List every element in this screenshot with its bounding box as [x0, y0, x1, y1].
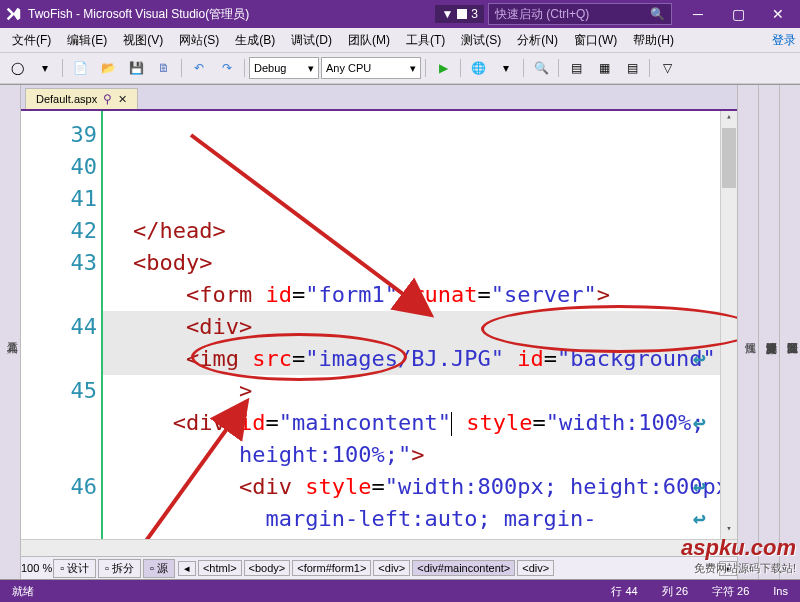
open-button[interactable]: 📂 — [95, 56, 121, 80]
status-col: 列 26 — [650, 584, 700, 599]
menu-view[interactable]: 视图(V) — [115, 30, 171, 51]
window-title: TwoFish - Microsoft Visual Studio(管理员) — [28, 6, 249, 23]
forward-button[interactable]: ▾ — [32, 56, 58, 80]
breadcrumb-item[interactable]: <div> — [517, 560, 554, 576]
line-number — [21, 407, 97, 439]
code-line[interactable]: <div style="width:800px; height:600px;↩ — [133, 471, 712, 503]
menu-team[interactable]: 团队(M) — [340, 30, 398, 51]
bottom-bar: 100 % ▫ 设计 ▫ 拆分 ▫ 源 ◂ <html><body><form#… — [21, 556, 737, 579]
quick-launch-input[interactable]: 快速启动 (Ctrl+Q)🔍 — [488, 3, 672, 25]
close-button[interactable]: ✕ — [760, 6, 796, 22]
wrap-glyph-icon: ↩ — [693, 407, 706, 439]
code-line[interactable]: <img src="images/BJ.JPG" id="background"… — [133, 343, 712, 375]
toolbar: ◯ ▾ 📄 📂 💾 🗎 ↶ ↷ Debug▾ Any CPU▾ ▶ 🌐 ▾ 🔍 … — [0, 53, 800, 84]
code-line[interactable]: right:auto; margin-top:auto;"> — [133, 535, 712, 539]
line-number — [21, 535, 97, 539]
code-line[interactable]: <form id="form1" runat="server"> — [133, 279, 712, 311]
menu-analyze[interactable]: 分析(N) — [509, 30, 566, 51]
line-number: 42 — [21, 215, 97, 247]
vs-logo-icon — [4, 5, 22, 23]
code-line[interactable]: margin-left:auto; margin-↩ — [133, 503, 712, 535]
tb-button-2[interactable]: ▤ — [563, 56, 589, 80]
code-editor[interactable]: 3940414243 44 45 46 </head><body> <form … — [21, 111, 737, 539]
new-project-button[interactable]: 📄 — [67, 56, 93, 80]
status-char: 字符 26 — [700, 584, 761, 599]
view-source-button[interactable]: ▫ 源 — [143, 559, 175, 578]
menu-site[interactable]: 网站(S) — [171, 30, 227, 51]
crumb-prev-button[interactable]: ◂ — [178, 561, 196, 576]
status-ready: 就绪 — [0, 584, 46, 599]
line-number: 43 — [21, 247, 97, 279]
watermark: aspku.com 免费网站源码下载站! — [681, 535, 796, 576]
tb-button-1[interactable]: ▾ — [493, 56, 519, 80]
status-line: 行 44 — [599, 584, 649, 599]
line-number: 45 — [21, 375, 97, 407]
code-line[interactable]: height:100%;"> — [133, 439, 712, 471]
tb-button-5[interactable]: ▽ — [654, 56, 680, 80]
code-line[interactable]: <div> — [133, 311, 712, 343]
pin-icon[interactable]: ⚲ — [103, 92, 112, 106]
menu-edit[interactable]: 编辑(E) — [59, 30, 115, 51]
code-line[interactable]: > — [133, 375, 712, 407]
toolbox-tab[interactable]: 工具箱 — [0, 85, 21, 579]
tb-button-3[interactable]: ▦ — [591, 56, 617, 80]
wrap-glyph-icon: ↩ — [693, 471, 706, 503]
wrap-glyph-icon: ↩ — [693, 503, 706, 535]
config-combo[interactable]: Debug▾ — [249, 57, 319, 79]
line-number — [21, 343, 97, 375]
view-split-button[interactable]: ▫ 拆分 — [98, 559, 141, 578]
code-area[interactable]: </head><body> <form id="form1" runat="se… — [103, 111, 720, 539]
breadcrumb-item[interactable]: <div> — [373, 560, 410, 576]
menu-tools[interactable]: 工具(T) — [398, 30, 453, 51]
breadcrumb-item[interactable]: <form#form1> — [292, 560, 371, 576]
menu-bar: 文件(F) 编辑(E) 视图(V) 网站(S) 生成(B) 调试(D) 团队(M… — [0, 28, 800, 53]
line-number — [21, 279, 97, 311]
login-link[interactable]: 登录 — [772, 32, 796, 49]
browser-select-button[interactable]: 🌐 — [465, 56, 491, 80]
undo-button[interactable]: ↶ — [186, 56, 212, 80]
document-area: Default.aspx ⚲ ✕ 3940414243 44 45 46 </h… — [21, 85, 737, 579]
breadcrumb-item[interactable]: <div#maincontent> — [412, 560, 515, 576]
horizontal-scrollbar[interactable] — [21, 539, 737, 556]
back-button[interactable]: ◯ — [4, 56, 30, 80]
maximize-button[interactable]: ▢ — [720, 6, 756, 22]
tb-button-4[interactable]: ▤ — [619, 56, 645, 80]
notification-badge[interactable]: ▼ 3 — [435, 5, 484, 23]
wrap-glyph-icon: ↩ — [693, 343, 706, 375]
start-button[interactable]: ▶ — [430, 56, 456, 80]
status-bar: 就绪 行 44 列 26 字符 26 Ins — [0, 580, 800, 602]
vertical-scrollbar[interactable]: ▴▾ — [720, 111, 737, 539]
file-tab-default-aspx[interactable]: Default.aspx ⚲ ✕ — [25, 88, 138, 109]
redo-button[interactable]: ↷ — [214, 56, 240, 80]
line-number-gutter: 3940414243 44 45 46 — [21, 111, 103, 539]
zoom-level[interactable]: 100 % — [21, 562, 52, 574]
file-tab-label: Default.aspx — [36, 93, 97, 105]
line-number — [21, 439, 97, 471]
menu-build[interactable]: 生成(B) — [227, 30, 283, 51]
breadcrumb-item[interactable]: <html> — [198, 560, 242, 576]
menu-window[interactable]: 窗口(W) — [566, 30, 625, 51]
close-tab-icon[interactable]: ✕ — [118, 93, 127, 106]
save-button[interactable]: 💾 — [123, 56, 149, 80]
status-ins: Ins — [761, 585, 800, 597]
menu-debug[interactable]: 调试(D) — [283, 30, 340, 51]
right-tab-props[interactable]: 属性 — [737, 85, 758, 579]
code-line[interactable]: <body> — [133, 247, 712, 279]
menu-help[interactable]: 帮助(H) — [625, 30, 682, 51]
right-tab-solution[interactable]: 解决方案资源管理器 — [758, 85, 779, 579]
line-number: 39 — [21, 119, 97, 151]
right-tab-team[interactable]: 团队资源管理器 — [779, 85, 800, 579]
minimize-button[interactable]: ─ — [680, 6, 716, 22]
line-number: 44 — [21, 311, 97, 343]
menu-file[interactable]: 文件(F) — [4, 30, 59, 51]
line-number: 40 — [21, 151, 97, 183]
code-line[interactable]: <div id="maincontent" style="width:100%;… — [133, 407, 712, 439]
find-button[interactable]: 🔍 — [528, 56, 554, 80]
view-design-button[interactable]: ▫ 设计 — [53, 559, 96, 578]
save-all-button[interactable]: 🗎 — [151, 56, 177, 80]
breadcrumb-item[interactable]: <body> — [244, 560, 291, 576]
code-line[interactable]: </head> — [133, 215, 712, 247]
platform-combo[interactable]: Any CPU▾ — [321, 57, 421, 79]
menu-test[interactable]: 测试(S) — [453, 30, 509, 51]
file-tab-strip: Default.aspx ⚲ ✕ — [21, 85, 737, 111]
